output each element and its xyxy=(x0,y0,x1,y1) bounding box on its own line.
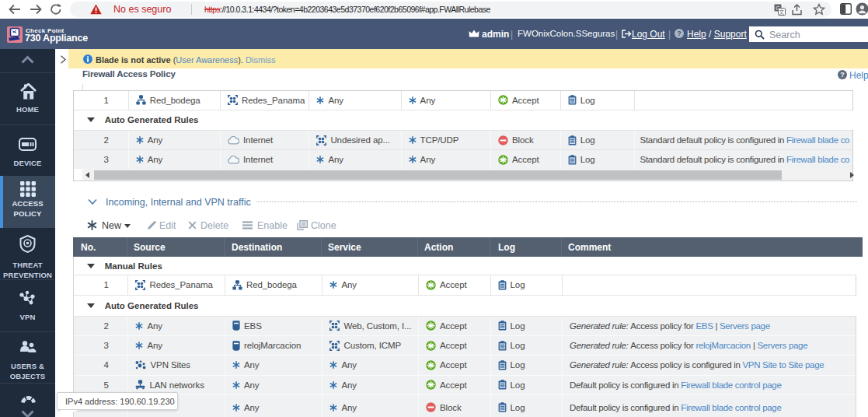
svg-text:?: ? xyxy=(677,30,682,37)
svg-text:文: 文 xyxy=(779,9,785,15)
svg-text:?: ? xyxy=(840,71,845,79)
